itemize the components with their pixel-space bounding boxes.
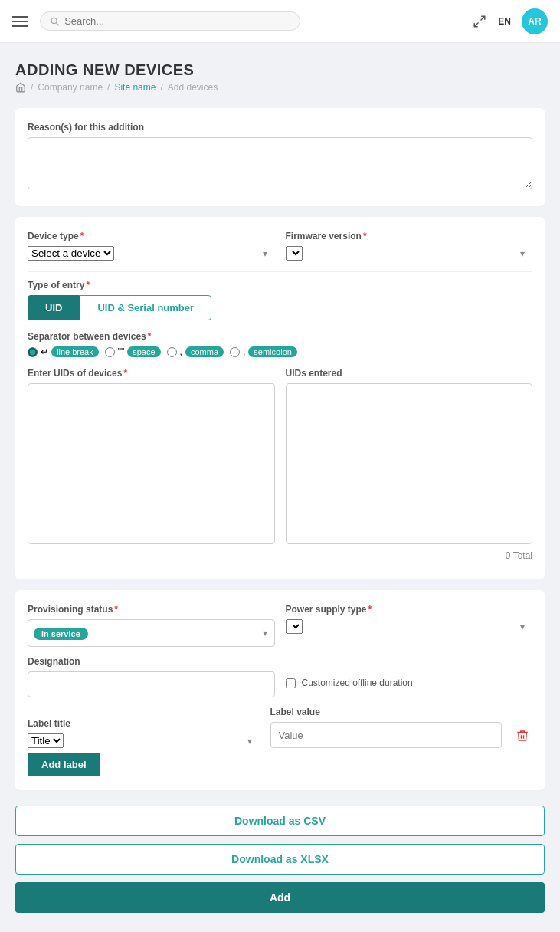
- label-title-wrapper: Title: [28, 733, 260, 748]
- label-title-label: Label title: [28, 718, 260, 729]
- svg-line-2: [481, 16, 485, 20]
- download-xlsx-button[interactable]: Download as XLSX: [15, 844, 545, 875]
- sep-space-option[interactable]: "" space: [105, 346, 161, 357]
- separator-label: Separator between devices *: [28, 331, 532, 342]
- sep-semicolon-radio[interactable]: [230, 347, 240, 357]
- sep-semicolon-badge: semicolon: [248, 346, 297, 357]
- uid-button[interactable]: UID: [28, 295, 80, 320]
- language-selector[interactable]: EN: [498, 16, 511, 27]
- hamburger-menu[interactable]: [12, 16, 28, 27]
- power-required: *: [368, 604, 372, 615]
- label-value-col: Label value: [270, 707, 503, 748]
- designation-offline-row: Designation Customized offline duration: [28, 656, 532, 697]
- device-type-label: Device type *: [28, 231, 275, 241]
- uids-entered-col: UIDs entered 0 Total: [286, 368, 533, 561]
- sep-space-badge: space: [127, 346, 160, 357]
- topnav: EN AR: [0, 0, 560, 43]
- label-title-select[interactable]: Title: [28, 733, 64, 748]
- download-csv-button[interactable]: Download as CSV: [15, 806, 545, 836]
- provisioning-label: Provisioning status *: [28, 604, 275, 615]
- label-title-col: Label title Title: [28, 718, 260, 748]
- label-inputs-row: Label title Title Label value: [28, 707, 532, 748]
- offline-section: Customized offline duration: [286, 673, 533, 688]
- breadcrumb-separator-3: /: [160, 82, 162, 93]
- breadcrumb-company: Company name: [38, 82, 103, 93]
- sep-comma-radio[interactable]: [167, 347, 177, 357]
- power-supply-select[interactable]: [286, 619, 303, 634]
- sep-space-radio[interactable]: [105, 347, 115, 357]
- sep-linebreak-badge: line break: [51, 346, 99, 357]
- power-supply-label: Power supply type *: [286, 604, 533, 615]
- header-row: ADDING NEW DEVICES / Company name / Site…: [15, 61, 545, 93]
- svg-line-1: [57, 22, 59, 25]
- offline-check: Customized offline duration: [286, 678, 413, 688]
- breadcrumb-separator-1: /: [31, 82, 33, 93]
- delete-label-button[interactable]: [513, 729, 532, 747]
- sep-semicolon-option[interactable]: ; semicolon: [230, 346, 297, 357]
- breadcrumb-page: Add devices: [168, 82, 218, 93]
- reason-section: Reason(s) for this addition: [15, 108, 545, 206]
- provisioning-select[interactable]: [28, 619, 275, 647]
- uids-required: *: [123, 368, 127, 379]
- firmware-required: *: [363, 231, 367, 241]
- fullscreen-icon[interactable]: [472, 14, 487, 29]
- uid-total: 0 Total: [286, 550, 533, 561]
- uid-row: Enter UIDs of devices * UIDs entered 0 T…: [28, 368, 532, 561]
- breadcrumb-site[interactable]: Site name: [114, 82, 156, 93]
- firmware-label: Firmware version *: [286, 231, 533, 241]
- device-type-col: Device type * Select a device: [28, 231, 275, 261]
- device-required: *: [80, 231, 84, 241]
- sep-linebreak-radio[interactable]: [28, 347, 38, 357]
- prov-row: Provisioning status * In service Power s…: [28, 604, 532, 647]
- svg-line-3: [475, 22, 479, 26]
- provisioning-col: Provisioning status * In service: [28, 604, 275, 647]
- type-entry-label: Type of entry *: [28, 280, 532, 290]
- device-type-select[interactable]: Select a device: [28, 246, 114, 261]
- provisioning-section: Provisioning status * In service Power s…: [15, 590, 545, 790]
- uids-entered-label: UIDs entered: [286, 368, 533, 379]
- search-input[interactable]: [64, 15, 290, 27]
- separator-options: ↵ line break "" space , comma ; semicolo…: [28, 346, 532, 357]
- home-icon[interactable]: [15, 82, 26, 93]
- page-title: ADDING NEW DEVICES: [15, 61, 218, 79]
- device-type-wrapper: Select a device: [28, 246, 275, 261]
- divider: [28, 271, 532, 272]
- nav-right: EN AR: [472, 8, 548, 34]
- uid-serial-button[interactable]: UID & Serial number: [80, 295, 211, 320]
- breadcrumb-separator-2: /: [107, 82, 110, 93]
- search-bar[interactable]: [40, 11, 300, 31]
- sep-required: *: [148, 331, 152, 342]
- sep-linebreak-option[interactable]: ↵ line break: [28, 346, 99, 357]
- provisioning-wrapper: In service: [28, 619, 275, 647]
- power-supply-col: Power supply type *: [286, 604, 533, 647]
- firmware-wrapper: [286, 246, 533, 261]
- offline-label: Customized offline duration: [302, 678, 413, 688]
- sep-comma-badge: comma: [185, 346, 224, 357]
- page-content: ADDING NEW DEVICES / Company name / Site…: [0, 43, 560, 931]
- separator-row: Separator between devices * ↵ line break…: [28, 331, 532, 357]
- uids-entered-textarea: [286, 383, 533, 544]
- enter-uids-col: Enter UIDs of devices *: [28, 368, 275, 561]
- designation-section: Designation: [28, 656, 275, 697]
- type-entry-row: Type of entry * UID UID & Serial number: [28, 280, 532, 320]
- add-label-button[interactable]: Add label: [28, 753, 100, 776]
- enter-uids-textarea[interactable]: [28, 383, 275, 544]
- reason-input[interactable]: [28, 137, 532, 189]
- breadcrumb: / Company name / Site name / Add devices: [15, 82, 218, 93]
- enter-uids-label: Enter UIDs of devices *: [28, 368, 275, 379]
- reason-label: Reason(s) for this addition: [28, 122, 532, 133]
- label-section: Label title Title Label value: [28, 707, 532, 748]
- action-buttons: Download as CSV Download as XLSX Add: [15, 806, 545, 913]
- avatar[interactable]: AR: [522, 8, 548, 34]
- sep-comma-option[interactable]: , comma: [167, 346, 224, 357]
- label-value-input[interactable]: [270, 722, 503, 748]
- search-icon: [50, 16, 60, 27]
- firmware-select[interactable]: [286, 246, 303, 261]
- designation-label: Designation: [28, 656, 275, 667]
- designation-input[interactable]: [28, 671, 275, 697]
- device-firmware-section: Device type * Select a device Firmware v…: [15, 217, 545, 579]
- offline-checkbox[interactable]: [286, 678, 296, 688]
- add-button[interactable]: Add: [15, 882, 545, 913]
- svg-point-0: [51, 18, 57, 23]
- label-value-label: Label value: [270, 707, 503, 717]
